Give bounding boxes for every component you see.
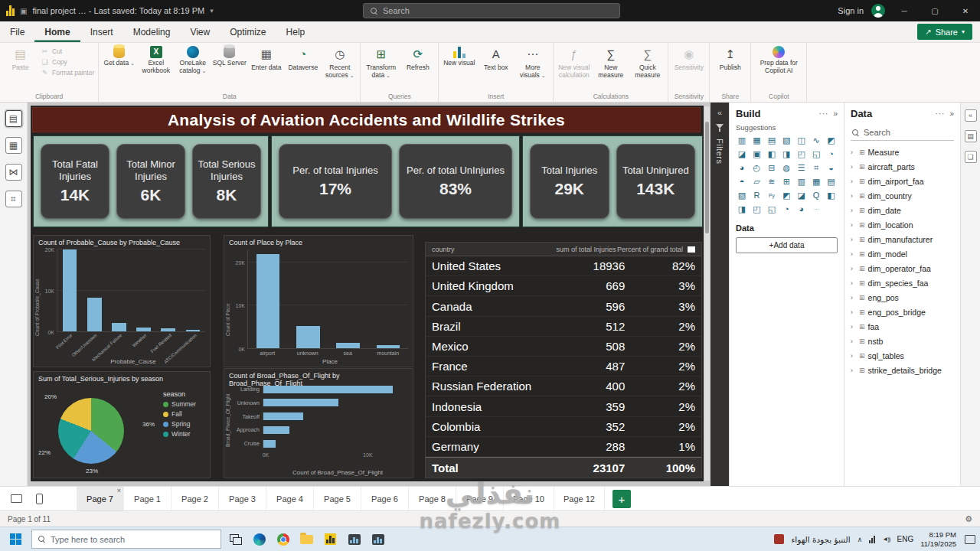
visual-type-icon-ribbon-chart[interactable]: ◰ [795,148,808,159]
table-row[interactable]: Germany2881% [426,437,701,457]
visual-type-icon-key-influencers[interactable]: ◩ [780,190,792,201]
visual-type-icon-kpi[interactable]: ▥ [795,176,808,187]
notification-center-icon[interactable] [965,535,975,544]
bar-takeoff[interactable] [263,412,303,420]
ribbon-button-onelake-catalog[interactable]: OneLake catalog ⌄ [175,44,211,74]
ribbon-button-transform-data[interactable]: ⊞Transform data ⌄ [363,44,399,79]
table-view-icon[interactable]: ▦ [5,137,22,154]
canvas-scrollbar[interactable] [704,106,710,481]
settings-icon[interactable]: ⚙ [965,514,972,524]
more-options-icon[interactable]: ··· [818,109,828,118]
visual-type-icon-slicer[interactable]: ▦ [810,176,822,187]
page-tab-page-8[interactable]: Page 8 [409,487,456,510]
analytics-app-icon[interactable] [342,528,366,551]
menu-tab-optimize[interactable]: Optimize [220,21,276,42]
visual-type-icon-metrics[interactable]: ◨ [736,204,748,214]
visual-type-icon-stacked-column-chart[interactable]: ▦ [750,135,763,145]
share-button[interactable]: ↗ Share ▾ [917,24,972,40]
bar-mechanical-failure[interactable] [112,323,126,331]
field-item-sql-tables[interactable]: ›⊞sql_tables [851,348,954,363]
bar-cruise[interactable] [263,440,276,448]
bar-pilot-error[interactable] [63,249,77,331]
page-tab-page-10[interactable]: Page 10 [504,487,554,510]
field-item-eng-pos-bridge[interactable]: ›⊞eng_pos_bridge [851,305,954,319]
field-item-nstb[interactable]: ›⊞nstb [851,334,954,348]
field-item-dim-date[interactable]: ›⊞dim_date [851,203,954,217]
visual-type-icon-100-stacked-bar-chart[interactable]: ◫ [795,135,808,145]
ribbon-button-new-measure[interactable]: ∑New measure [593,44,629,79]
bar-weather[interactable] [136,328,151,331]
page-tab-page-9[interactable]: Page 9 [456,487,504,510]
maximize-button[interactable]: ▢ [923,0,946,21]
kpi-card-per-of-total-injuries[interactable]: Per. of total Injuries17% [279,144,392,219]
menu-tab-modeling[interactable]: Modeling [123,21,181,42]
kpi-card-total-minor-injuries[interactable]: Total Minor Injuries6K [116,144,185,219]
page-tab-page-4[interactable]: Page 4 [266,487,314,510]
volume-icon[interactable]: ◄)) [882,536,890,543]
ribbon-button-publish[interactable]: ↥Publish [712,44,748,72]
ribbon-button-prep-data-for-copilot-ai[interactable]: Prep data for Copilot AI [753,44,804,74]
bar-chart-probable-cause[interactable]: Count of Probable_Cause by Probable_Caus… [33,235,211,367]
dashboard-app-icon[interactable] [366,528,390,551]
menu-tab-home[interactable]: Home [34,21,80,42]
kpi-card-total-uninjured[interactable]: Total Uninjured143K [616,144,696,219]
ribbon-button-sql-server[interactable]: SQL Server [211,44,247,67]
visual-type-icon-qa-visual[interactable]: Q [810,190,822,201]
language-indicator[interactable]: ENG [897,535,913,543]
visual-type-icon-shape-map[interactable]: ◒ [825,162,838,173]
table-row[interactable]: Russian Federation4002% [426,377,701,396]
visual-type-icon-line-chart[interactable]: ◩ [825,135,838,145]
close-button[interactable]: ✕ [954,0,977,21]
visual-type-icon-arcgis-map[interactable]: ◱ [766,204,778,214]
ribbon-button-text-box[interactable]: AText box [478,44,514,72]
pie[interactable] [58,398,124,464]
bar-landing[interactable] [263,386,393,393]
filters-pane-label[interactable]: Filters [715,139,724,164]
network-icon[interactable] [869,536,875,543]
menu-tab-help[interactable]: Help [276,21,315,42]
minimize-button[interactable]: ─ [893,0,916,21]
bar-other-unknown[interactable] [87,298,102,331]
edge-icon[interactable] [247,528,271,551]
visual-type-icon-map[interactable]: ☰ [795,162,808,173]
ribbon-button-recent-sources[interactable]: ◷Recent sources ⌄ [322,44,358,79]
visual-type-icon-line-and-stacked-column-chart[interactable]: ◧ [766,148,778,159]
bar-unknown[interactable] [296,326,319,348]
collapse-pane-icon[interactable]: » [949,109,954,118]
mobile-layout-icon[interactable] [31,492,47,506]
field-item-measure[interactable]: ›⊞Measure [851,145,954,159]
visual-type-icon-table[interactable]: ▤ [825,176,838,187]
visual-type-icon-python-visual[interactable]: Py [766,190,778,201]
report-view-icon[interactable]: ▤ [5,110,22,127]
fields-search-input[interactable]: Search [851,125,954,141]
ribbon-button-more-visuals[interactable]: ⋯More visuals ⌄ [514,44,550,79]
pie-chart-season[interactable]: Sum of Total_Serious_Injuries by season … [33,371,211,478]
kpi-card-total-serious-injuries[interactable]: Total Serious Injuries8K [192,144,261,219]
expand-filters-icon[interactable]: « [717,108,722,117]
visual-type-icon-pie-chart[interactable]: ◴ [750,162,763,173]
kpi-card-per-of-total-uninjuries[interactable]: Per. of total UnInjuries83% [399,144,512,219]
visual-type-icon-filled-map[interactable]: ⌗ [810,162,822,173]
visual-type-icon-more-visuals[interactable]: ··· [810,204,822,214]
more-options-icon[interactable]: ··· [935,109,945,118]
dax-query-view-icon[interactable]: ⌗ [5,191,22,207]
ribbon-button-dataverse[interactable]: ◔Dataverse [285,44,321,72]
visual-type-icon-treemap[interactable]: ◍ [780,162,792,173]
ribbon-button-excel-workbook[interactable]: XExcel workbook [138,44,174,74]
ribbon-button-get-data[interactable]: Get data ⌄ [101,44,137,67]
visual-type-icon-waterfall-chart[interactable]: ◱ [810,148,822,159]
tray-app-label[interactable]: التنبؤ بجودة الهواء [791,535,850,544]
bar-unknown[interactable] [263,399,338,406]
visual-type-icon-decomposition-tree[interactable]: ◪ [795,190,808,201]
visual-type-icon-azure-map[interactable]: ◓ [736,176,748,187]
tray-app-icon[interactable] [774,534,784,544]
page-tab-page-2[interactable]: Page 2 [172,487,219,510]
filter-icon[interactable] [716,124,724,132]
field-item-faa[interactable]: ›⊞faa [851,319,954,334]
page-tab-page-3[interactable]: Page 3 [219,487,266,510]
file-explorer-icon[interactable] [295,528,318,551]
table-row[interactable]: United Kingdom6693% [426,276,701,296]
global-search-input[interactable]: Search [363,3,620,18]
visual-type-icon-area-chart[interactable]: ◪ [736,148,748,159]
field-item-dim-operator-faa[interactable]: ›⊞dim_operator_faa [851,261,954,276]
